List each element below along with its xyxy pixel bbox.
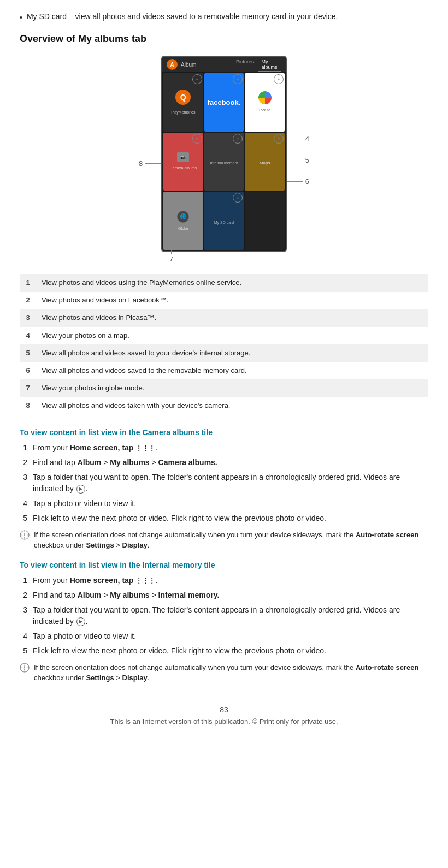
step-item: 1From your Home screen, tap ⋮⋮⋮. [20, 442, 428, 454]
diagram-container: 1 2 3 A Album Pictures My albums [20, 56, 428, 263]
row-num: 4 [20, 327, 36, 344]
diagram-wrapper: 1 2 3 A Album Pictures My albums [137, 56, 311, 263]
row-desc: View photos and videos using the PlayMem… [36, 274, 428, 292]
step-text: From your Home screen, tap ⋮⋮⋮. [33, 442, 428, 454]
callout-5-row: 5 [287, 156, 309, 164]
table-row: 1View photos and videos using the PlayMe… [20, 274, 428, 292]
bold-term: My albums [110, 591, 149, 599]
cell-picasa: Picasa + [245, 73, 285, 132]
cell-7-icon: ○ [192, 193, 202, 203]
row-num: 1 [20, 274, 36, 292]
callout-8-num: 8 [139, 159, 143, 168]
cell-camera-albums: 📷 Camera albums ○ [163, 133, 203, 191]
row-desc: View photos and videos in Picasa™. [36, 309, 428, 326]
page-number: 83 [20, 705, 428, 714]
tip-block-2: If the screen orientation does not chang… [20, 662, 428, 683]
svg-point-9 [24, 669, 25, 670]
table-row: 5View all photos and videos saved to you… [20, 344, 428, 362]
callout-7-col: 7 [169, 243, 173, 263]
steps-list-1: 1From your Home screen, tap ⋮⋮⋮.2Find an… [20, 442, 428, 524]
cell-globe: 🌐 Globe ○ [163, 192, 203, 250]
step-text: Find and tap Album > My albums > Interna… [33, 590, 428, 601]
cell-playmemories: Q PlayMemories + [163, 73, 203, 132]
bullet-text: My SD card – view all photos and videos … [27, 11, 338, 23]
callout-8-line [145, 163, 161, 164]
tab-pictures: Pictures [233, 58, 257, 72]
tab-bar: Pictures My albums [233, 58, 281, 72]
step-text: Tap a folder that you want to open. The … [33, 472, 428, 495]
bullet-intro: • My SD card – view all photos and video… [20, 11, 428, 23]
step-text: Tap a photo or video to view it. [33, 631, 428, 642]
step-text: Tap a folder that you want to open. The … [33, 604, 428, 627]
table-row: 8View all photos and videos taken with y… [20, 397, 428, 414]
callout-7-vline [171, 243, 172, 254]
row-num: 6 [20, 362, 36, 379]
step-item: 5Flick left to view the next photo or vi… [20, 513, 428, 524]
table-row: 7View your photos in globe mode. [20, 379, 428, 397]
step-number: 4 [20, 498, 27, 509]
row-num: 8 [20, 397, 36, 414]
tip-icon-1 [20, 530, 30, 540]
callout-6-row: 6 [287, 177, 309, 186]
phone-top-bar: A Album Pictures My albums [162, 57, 286, 72]
step-text: Flick left to view the next photo or vid… [33, 645, 428, 657]
steps-list-2: 1From your Home screen, tap ⋮⋮⋮.2Find an… [20, 575, 428, 657]
step-item: 4Tap a photo or video to view it. [20, 631, 428, 642]
section2-heading: To view content in list view in the Inte… [20, 561, 428, 569]
table-row: 6View all photos and videos saved to the… [20, 362, 428, 379]
tip-text-2: If the screen orientation does not chang… [34, 662, 428, 683]
step-number: 2 [20, 590, 27, 601]
play-icon-inline: ▶ [76, 485, 85, 494]
table-row: 3View photos and videos in Picasa™. [20, 309, 428, 326]
step-number: 5 [20, 645, 27, 657]
row-desc: View all photos and videos saved to the … [36, 362, 428, 379]
bold-term: Home screen, tap [70, 576, 136, 585]
callout-8-row: 8 [139, 159, 161, 168]
row-num: 5 [20, 344, 36, 362]
reference-table: 1View photos and videos using the PlayMe… [20, 274, 428, 415]
callout-4-row: 4 [287, 135, 309, 143]
row-desc: View photos and videos on Facebook™. [36, 292, 428, 309]
row-num: 7 [20, 379, 36, 397]
legal-text: This is an Internet version of this publ… [20, 717, 428, 726]
callout-4-line [287, 139, 303, 139]
step-number: 1 [20, 442, 27, 454]
cell-mysdcard: My SD card ○ [204, 192, 244, 250]
cell-6-icon: ○ [233, 193, 243, 203]
step-number: 2 [20, 457, 27, 468]
cell-3-icon: + [274, 74, 284, 84]
callout-4-num: 4 [305, 135, 309, 143]
step-text: Flick left to view the next photo or vid… [33, 513, 428, 524]
callout-7-num: 7 [169, 255, 173, 263]
right-callouts: 4 5 6 [287, 135, 309, 186]
tip-icon-2 [20, 663, 30, 673]
step-number: 3 [20, 604, 27, 627]
cell-extra [245, 192, 285, 250]
overview-heading: Overview of My albums tab [20, 33, 428, 45]
step-text: Find and tap Album > My albums > Camera … [33, 457, 428, 468]
play-icon-inline: ▶ [76, 617, 85, 626]
cell-2-icon: + [233, 74, 243, 84]
callout-5-num: 5 [305, 156, 309, 164]
section1-heading: To view content in list view in the Came… [20, 428, 428, 437]
cell-1-icon: + [192, 74, 202, 84]
apps-icon: ⋮⋮⋮ [135, 577, 155, 585]
step-number: 3 [20, 472, 27, 495]
phone-screen: A Album Pictures My albums Q PlayMemori [161, 56, 287, 252]
albums-grid: Q PlayMemories + facebook. + [162, 72, 286, 251]
table-row: 2View photos and videos on Facebook™. [20, 292, 428, 309]
step-item: 4Tap a photo or video to view it. [20, 498, 428, 509]
section-camera-albums: To view content in list view in the Came… [20, 428, 428, 551]
step-number: 4 [20, 631, 27, 642]
svg-point-2 [24, 537, 25, 538]
row-desc: View all photos and videos saved to your… [36, 344, 428, 362]
callout-6-line [287, 181, 303, 182]
bottom-callouts: 7 [169, 243, 173, 263]
cell-maps: Maps + [245, 133, 285, 191]
row-num: 2 [20, 292, 36, 309]
fb-logo: facebook. [208, 98, 241, 106]
step-item: 1From your Home screen, tap ⋮⋮⋮. [20, 575, 428, 586]
step-item: 5Flick left to view the next photo or vi… [20, 645, 428, 657]
row-desc: View all photos and videos taken with yo… [36, 397, 428, 414]
tip-text-1: If the screen orientation does not chang… [34, 530, 428, 551]
